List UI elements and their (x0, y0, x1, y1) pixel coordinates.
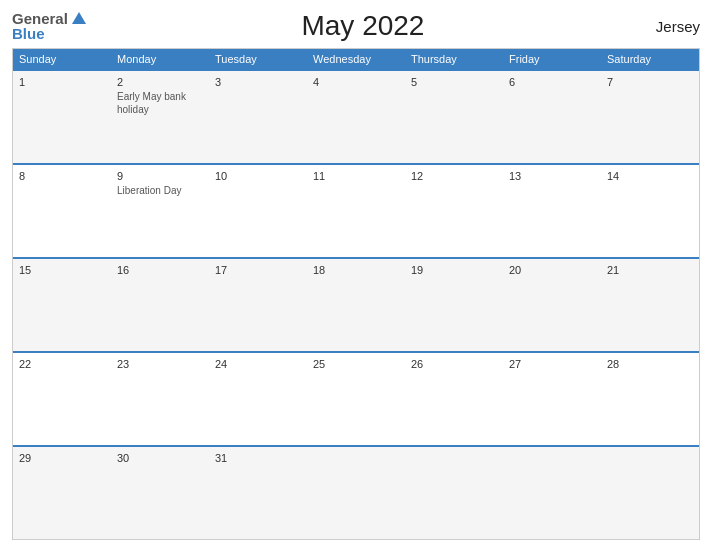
day-number: 6 (509, 76, 595, 88)
day-number: 29 (19, 452, 105, 464)
day-number: 9 (117, 170, 203, 182)
day-number: 4 (313, 76, 399, 88)
day-header-wednesday: Wednesday (307, 49, 405, 69)
day-cell: 1 (13, 71, 111, 163)
region-label: Jersey (640, 18, 700, 35)
day-number: 19 (411, 264, 497, 276)
day-number: 16 (117, 264, 203, 276)
day-number: 3 (215, 76, 301, 88)
calendar: SundayMondayTuesdayWednesdayThursdayFrid… (12, 48, 700, 540)
day-cell: 28 (601, 353, 699, 445)
day-header-thursday: Thursday (405, 49, 503, 69)
day-cell: 23 (111, 353, 209, 445)
day-cell: 14 (601, 165, 699, 257)
day-number: 5 (411, 76, 497, 88)
logo-general: General (12, 11, 68, 26)
day-cell (601, 447, 699, 539)
day-cell: 30 (111, 447, 209, 539)
day-number: 22 (19, 358, 105, 370)
day-number: 2 (117, 76, 203, 88)
day-header-friday: Friday (503, 49, 601, 69)
day-header-saturday: Saturday (601, 49, 699, 69)
day-number: 28 (607, 358, 693, 370)
day-number: 7 (607, 76, 693, 88)
day-number: 31 (215, 452, 301, 464)
day-cell: 24 (209, 353, 307, 445)
day-cell: 12 (405, 165, 503, 257)
day-number: 26 (411, 358, 497, 370)
day-cell: 21 (601, 259, 699, 351)
day-cell: 31 (209, 447, 307, 539)
day-number: 14 (607, 170, 693, 182)
week-row-1: 12Early May bank holiday34567 (13, 69, 699, 163)
day-cell (405, 447, 503, 539)
day-cell: 29 (13, 447, 111, 539)
day-cell: 9Liberation Day (111, 165, 209, 257)
page: General Blue May 2022 Jersey SundayMonda… (0, 0, 712, 550)
day-cell: 2Early May bank holiday (111, 71, 209, 163)
day-cell: 22 (13, 353, 111, 445)
day-cell: 25 (307, 353, 405, 445)
day-cell: 3 (209, 71, 307, 163)
header: General Blue May 2022 Jersey (12, 10, 700, 42)
logo: General Blue (12, 11, 86, 41)
day-cell: 26 (405, 353, 503, 445)
day-header-sunday: Sunday (13, 49, 111, 69)
day-cell: 5 (405, 71, 503, 163)
day-number: 10 (215, 170, 301, 182)
day-number: 24 (215, 358, 301, 370)
day-number: 18 (313, 264, 399, 276)
day-header-tuesday: Tuesday (209, 49, 307, 69)
day-event: Early May bank holiday (117, 90, 203, 116)
day-cell: 8 (13, 165, 111, 257)
day-number: 23 (117, 358, 203, 370)
day-cell: 7 (601, 71, 699, 163)
day-header-monday: Monday (111, 49, 209, 69)
day-cell: 20 (503, 259, 601, 351)
day-cell: 13 (503, 165, 601, 257)
week-row-2: 89Liberation Day1011121314 (13, 163, 699, 257)
week-row-5: 293031 (13, 445, 699, 539)
day-cell: 27 (503, 353, 601, 445)
day-cell: 4 (307, 71, 405, 163)
day-number: 15 (19, 264, 105, 276)
week-row-3: 15161718192021 (13, 257, 699, 351)
day-cell: 19 (405, 259, 503, 351)
day-cell (307, 447, 405, 539)
day-cell: 17 (209, 259, 307, 351)
day-number: 17 (215, 264, 301, 276)
day-event: Liberation Day (117, 184, 203, 197)
day-number: 13 (509, 170, 595, 182)
day-number: 27 (509, 358, 595, 370)
day-cell: 16 (111, 259, 209, 351)
day-number: 30 (117, 452, 203, 464)
day-number: 11 (313, 170, 399, 182)
day-cell: 11 (307, 165, 405, 257)
day-number: 25 (313, 358, 399, 370)
day-number: 8 (19, 170, 105, 182)
weeks-container: 12Early May bank holiday3456789Liberatio… (13, 69, 699, 539)
day-cell: 18 (307, 259, 405, 351)
logo-blue: Blue (12, 26, 45, 41)
day-cell: 15 (13, 259, 111, 351)
day-number: 1 (19, 76, 105, 88)
logo-triangle-icon (72, 12, 86, 24)
day-number: 12 (411, 170, 497, 182)
day-headers: SundayMondayTuesdayWednesdayThursdayFrid… (13, 49, 699, 69)
month-title: May 2022 (86, 10, 640, 42)
day-number: 20 (509, 264, 595, 276)
day-number: 21 (607, 264, 693, 276)
day-cell: 6 (503, 71, 601, 163)
day-cell (503, 447, 601, 539)
day-cell: 10 (209, 165, 307, 257)
week-row-4: 22232425262728 (13, 351, 699, 445)
